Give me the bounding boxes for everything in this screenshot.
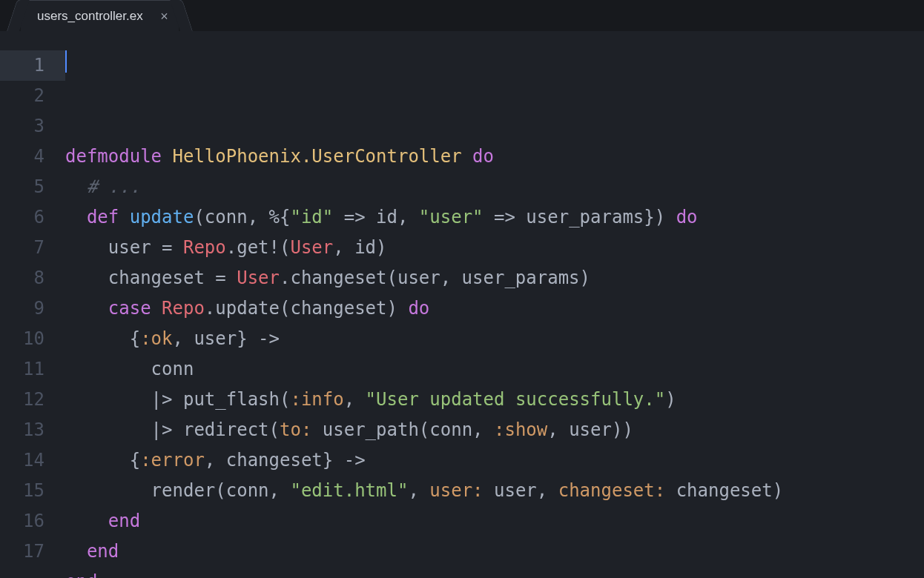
- line-number: 12: [0, 385, 65, 415]
- token-txt: , id): [333, 237, 386, 258]
- token-fn: update: [130, 207, 194, 227]
- token-txt: ): [665, 389, 676, 410]
- code-line[interactable]: changeset = User.changeset(user, user_pa…: [65, 263, 924, 293]
- token-str: "id": [290, 207, 333, 227]
- token-txt: [462, 146, 472, 167]
- token-txt: => id,: [333, 207, 419, 227]
- line-number: 7: [0, 233, 65, 263]
- token-mod: HelloPhoenix.UserController: [173, 146, 462, 167]
- token-txt: , changeset} ->: [205, 450, 366, 471]
- token-txt: [151, 298, 162, 319]
- line-number: 6: [0, 202, 65, 233]
- token-atom: changeset:: [558, 480, 666, 501]
- token-txt: => user_params}): [484, 207, 676, 227]
- line-number: 14: [0, 445, 65, 476]
- line-number: 9: [0, 293, 65, 324]
- token-txt: [119, 207, 129, 227]
- line-number: 3: [0, 111, 65, 142]
- token-txt: .changeset(user, user_params): [280, 268, 590, 288]
- line-number: 5: [0, 172, 65, 202]
- token-kw: case: [108, 298, 151, 319]
- line-number: 11: [0, 354, 65, 385]
- token-txt: |> put_flash(: [65, 389, 290, 410]
- token-txt: [65, 207, 87, 227]
- token-txt: ,: [408, 480, 429, 501]
- line-number-gutter: 1234567891011121314151617: [0, 31, 65, 578]
- token-atom: to:: [280, 419, 311, 440]
- token-cls: User: [290, 237, 333, 258]
- line-number: 16: [0, 506, 65, 537]
- token-kw: def: [87, 207, 119, 227]
- token-txt: |> redirect(: [65, 419, 280, 440]
- code-line[interactable]: conn: [65, 354, 924, 385]
- code-line[interactable]: case Repo.update(changeset) do: [65, 293, 924, 324]
- code-line[interactable]: end: [65, 506, 924, 537]
- token-txt: [65, 176, 87, 197]
- token-txt: [162, 146, 172, 167]
- token-txt: [65, 298, 108, 319]
- token-kw: end: [87, 541, 119, 562]
- code-area[interactable]: defmodule HelloPhoenix.UserController do…: [65, 31, 924, 578]
- token-txt: [65, 541, 87, 562]
- token-kw: do: [472, 146, 494, 167]
- token-txt: render(conn,: [65, 480, 290, 501]
- line-number: 13: [0, 415, 65, 445]
- editor: 1234567891011121314151617 defmodule Hell…: [0, 31, 924, 578]
- code-line[interactable]: |> redirect(to: user_path(conn, :show, u…: [65, 415, 924, 445]
- token-kw: end: [65, 571, 97, 578]
- code-line[interactable]: user = Repo.get!(User, id): [65, 233, 924, 263]
- token-kw: do: [408, 298, 429, 319]
- line-number: 2: [0, 81, 65, 111]
- token-atom: :show: [494, 419, 547, 440]
- code-line[interactable]: {:ok, user} ->: [65, 324, 924, 354]
- token-txt: changeset): [665, 480, 783, 501]
- token-txt: {: [65, 450, 140, 471]
- token-txt: user =: [65, 237, 183, 258]
- token-cls: Repo: [183, 237, 226, 258]
- code-line[interactable]: # ...: [65, 172, 924, 202]
- token-cls: User: [237, 268, 280, 288]
- token-txt: changeset =: [65, 268, 237, 288]
- token-txt: ,: [344, 389, 366, 410]
- line-number: 15: [0, 476, 65, 506]
- line-number: 10: [0, 324, 65, 354]
- token-txt: .update(changeset): [205, 298, 409, 319]
- token-str: "edit.html": [290, 480, 408, 501]
- text-cursor: [65, 50, 67, 73]
- token-atom: :ok: [140, 328, 172, 349]
- code-line[interactable]: end: [65, 567, 924, 578]
- token-kw: end: [108, 511, 140, 531]
- token-cmt: # ...: [87, 176, 140, 197]
- token-cls: Repo: [162, 298, 205, 319]
- token-txt: {: [65, 328, 140, 349]
- token-txt: [65, 511, 108, 531]
- code-line[interactable]: |> put_flash(:info, "User updated succes…: [65, 385, 924, 415]
- token-txt: user,: [484, 480, 558, 501]
- token-str: "User updated successfully.": [366, 389, 666, 410]
- line-number: 8: [0, 263, 65, 293]
- token-kw: do: [676, 207, 698, 227]
- token-atom: :info: [290, 389, 343, 410]
- line-number: 17: [0, 537, 65, 567]
- token-txt: .get!(: [226, 237, 291, 258]
- tab-filename: users_controller.ex: [37, 9, 143, 24]
- code-line[interactable]: render(conn, "edit.html", user: user, ch…: [65, 476, 924, 506]
- line-number: 4: [0, 142, 65, 172]
- code-line[interactable]: defmodule HelloPhoenix.UserController do: [65, 142, 924, 172]
- token-txt: , user} ->: [173, 328, 280, 349]
- line-number: 1: [0, 50, 65, 81]
- code-line[interactable]: end: [65, 537, 924, 567]
- token-atom: user:: [429, 480, 483, 501]
- token-txt: (conn, %{: [194, 207, 290, 227]
- close-icon[interactable]: ×: [160, 10, 168, 23]
- token-txt: user_path(conn,: [311, 419, 494, 440]
- token-txt: conn: [65, 359, 194, 379]
- tab-bar: users_controller.ex ×: [0, 0, 924, 31]
- code-line[interactable]: {:error, changeset} ->: [65, 445, 924, 476]
- token-txt: , user)): [547, 419, 633, 440]
- token-atom: :error: [140, 450, 205, 471]
- token-str: "user": [419, 207, 484, 227]
- code-line[interactable]: def update(conn, %{"id" => id, "user" =>…: [65, 202, 924, 233]
- token-kw: defmodule: [65, 146, 162, 167]
- file-tab[interactable]: users_controller.ex ×: [21, 0, 179, 31]
